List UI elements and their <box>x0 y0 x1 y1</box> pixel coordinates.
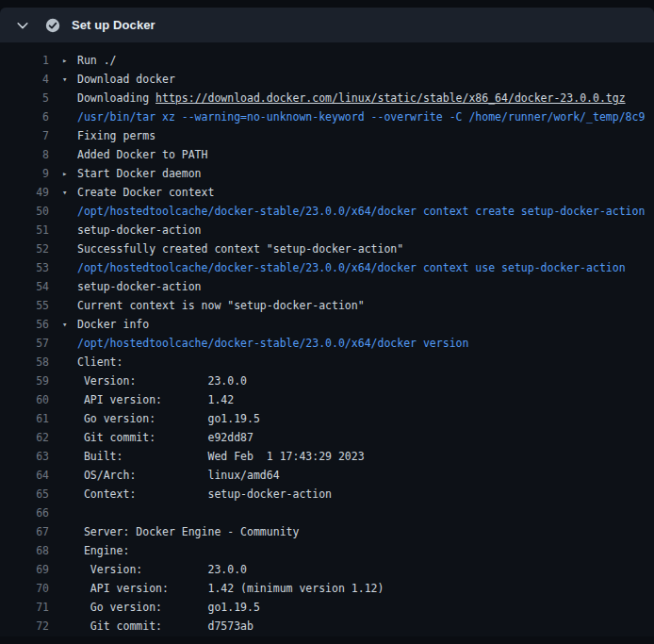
log-group-row[interactable]: 56▾Docker info <box>0 315 654 334</box>
log-line: 52Successfully created context "setup-do… <box>0 239 654 258</box>
arrow-spacer <box>62 617 77 636</box>
log-line: 54setup-docker-action <box>0 277 654 296</box>
line-number[interactable]: 65 <box>0 485 49 504</box>
arrow-spacer <box>62 579 77 598</box>
log-text: Context: setup-docker-action <box>77 485 332 504</box>
line-number[interactable]: 49 <box>0 183 49 202</box>
line-number[interactable]: 66 <box>0 504 49 522</box>
workflow-step-log-panel: Set up Docker 1▸Run ./4▾Download docker5… <box>0 8 654 636</box>
log-line: 67 Server: Docker Engine - Community <box>0 522 654 541</box>
line-number[interactable]: 50 <box>0 202 49 221</box>
log-text: Git commit: d7573ab <box>77 617 253 636</box>
arrow-spacer <box>62 277 77 296</box>
log-text: Git commit: e92dd87 <box>77 428 253 447</box>
log-text: Successfully created context "setup-dock… <box>77 239 403 258</box>
log-group-row[interactable]: 1▸Run ./ <box>0 51 654 70</box>
log-line: 7Fixing perms <box>0 126 654 145</box>
arrow-spacer <box>62 541 77 560</box>
line-number[interactable]: 5 <box>0 89 49 107</box>
arrow-spacer <box>62 447 77 466</box>
line-number[interactable]: 63 <box>0 447 49 466</box>
arrow-spacer <box>62 409 77 428</box>
log-text: Server: Docker Engine - Community <box>77 522 299 541</box>
line-number[interactable]: 54 <box>0 277 49 296</box>
arrow-spacer <box>62 145 77 164</box>
line-number[interactable]: 68 <box>0 541 49 560</box>
log-line: 66 <box>0 504 654 522</box>
log-line: 72 Git commit: d7573ab <box>0 617 654 636</box>
arrow-spacer <box>62 504 77 522</box>
log-line: 63 Built: Wed Feb 1 17:43:29 2023 <box>0 447 654 466</box>
log-line: 5Downloading https://download.docker.com… <box>0 89 654 107</box>
log-line: 53/opt/hostedtoolcache/docker-stable/23.… <box>0 258 654 277</box>
line-number[interactable]: 51 <box>0 221 49 239</box>
group-title: Download docker <box>77 70 175 89</box>
line-number[interactable]: 70 <box>0 579 49 598</box>
log-line: 62 Git commit: e92dd87 <box>0 428 654 447</box>
log-line: 8Added Docker to PATH <box>0 145 654 164</box>
group-collapsed-icon[interactable]: ▸ <box>62 51 77 70</box>
log-group-row[interactable]: 4▾Download docker <box>0 70 654 89</box>
log-line: 69 Version: 23.0.0 <box>0 560 654 579</box>
log-line: 70 API version: 1.42 (minimum version 1.… <box>0 579 654 598</box>
group-expanded-icon[interactable]: ▾ <box>62 183 77 202</box>
group-expanded-icon[interactable]: ▾ <box>62 70 77 89</box>
step-title: Set up Docker <box>72 18 155 32</box>
step-header[interactable]: Set up Docker <box>0 8 654 42</box>
line-number[interactable]: 64 <box>0 466 49 485</box>
log-text: OS/Arch: linux/amd64 <box>77 466 280 485</box>
log-line: 57/opt/hostedtoolcache/docker-stable/23.… <box>0 334 654 353</box>
arrow-spacer <box>62 372 77 390</box>
command-text: /usr/bin/tar xz --warning=no-unknown-key… <box>77 107 645 126</box>
line-number[interactable]: 8 <box>0 145 49 164</box>
log-line: 64 OS/Arch: linux/amd64 <box>0 466 654 485</box>
line-number[interactable]: 58 <box>0 353 49 372</box>
line-number[interactable]: 72 <box>0 617 49 636</box>
log-container: 1▸Run ./4▾Download docker5Downloading ht… <box>0 42 654 636</box>
line-number[interactable]: 69 <box>0 560 49 579</box>
line-number[interactable]: 1 <box>0 51 49 70</box>
group-title: Docker info <box>77 315 149 334</box>
log-line: 61 Go version: go1.19.5 <box>0 409 654 428</box>
line-number[interactable]: 62 <box>0 428 49 447</box>
line-number[interactable]: 52 <box>0 239 49 258</box>
log-group-row[interactable]: 9▸Start Docker daemon <box>0 164 654 183</box>
line-number[interactable]: 67 <box>0 522 49 541</box>
arrow-spacer <box>62 258 77 277</box>
line-number[interactable]: 71 <box>0 598 49 617</box>
arrow-spacer <box>62 89 77 107</box>
command-text: /opt/hostedtoolcache/docker-stable/23.0.… <box>77 258 626 277</box>
line-number[interactable]: 60 <box>0 390 49 409</box>
line-number[interactable]: 57 <box>0 334 49 353</box>
arrow-spacer <box>62 353 77 372</box>
log-line: 60 API version: 1.42 <box>0 390 654 409</box>
group-expanded-icon[interactable]: ▾ <box>62 315 77 334</box>
log-line: 51setup-docker-action <box>0 221 654 239</box>
log-text: API version: 1.42 (minimum version 1.12) <box>77 579 384 598</box>
arrow-spacer <box>62 428 77 447</box>
log-text: Version: 23.0.0 <box>77 560 247 579</box>
group-title: Create Docker context <box>77 183 214 202</box>
line-number[interactable]: 59 <box>0 372 49 390</box>
arrow-spacer <box>62 221 77 239</box>
log-group-row[interactable]: 49▾Create Docker context <box>0 183 654 202</box>
arrow-spacer <box>62 334 77 353</box>
line-number[interactable]: 53 <box>0 258 49 277</box>
line-number[interactable]: 7 <box>0 126 49 145</box>
chevron-down-icon[interactable] <box>11 14 34 37</box>
log-text: Current context is now "setup-docker-act… <box>77 296 365 315</box>
line-number[interactable]: 6 <box>0 107 49 126</box>
download-url-link[interactable]: https://download.docker.com/linux/static… <box>155 91 626 105</box>
line-number[interactable]: 61 <box>0 409 49 428</box>
group-collapsed-icon[interactable]: ▸ <box>62 164 77 183</box>
group-title: Start Docker daemon <box>77 164 202 183</box>
log-text: Version: 23.0.0 <box>77 372 247 390</box>
log-text: setup-docker-action <box>77 221 202 239</box>
arrow-spacer <box>62 202 77 221</box>
line-number[interactable]: 56 <box>0 315 49 334</box>
line-number[interactable]: 4 <box>0 70 49 89</box>
log-text: Added Docker to PATH <box>77 145 207 164</box>
log-line: 68 Engine: <box>0 541 654 560</box>
line-number[interactable]: 55 <box>0 296 49 315</box>
line-number[interactable]: 9 <box>0 164 49 183</box>
